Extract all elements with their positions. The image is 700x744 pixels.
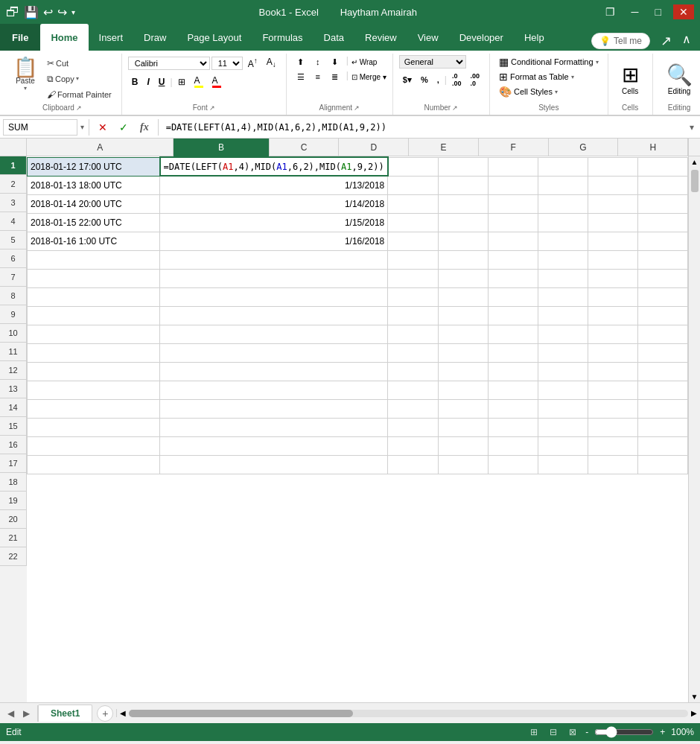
cell-g3[interactable] bbox=[588, 194, 637, 213]
cell-b6[interactable] bbox=[160, 250, 388, 269]
cell-f4[interactable] bbox=[538, 213, 588, 232]
cell-e3[interactable] bbox=[488, 194, 538, 213]
cell-b5[interactable]: 1/16/2018 bbox=[160, 232, 388, 250]
row-num-16[interactable]: 16 bbox=[0, 436, 27, 454]
row-num-4[interactable]: 4 bbox=[0, 212, 27, 231]
name-box-dropdown[interactable]: ▾ bbox=[80, 123, 84, 131]
currency-button[interactable]: $▾ bbox=[399, 74, 416, 86]
align-center-button[interactable]: ≡ bbox=[310, 70, 326, 83]
vertical-scrollbar[interactable]: ▲ ▼ bbox=[688, 156, 700, 702]
sheet-scroll-left-button[interactable]: ◀ bbox=[3, 705, 19, 722]
zoom-slider[interactable] bbox=[594, 726, 654, 738]
tab-draw[interactable]: Draw bbox=[133, 24, 176, 51]
col-header-f[interactable]: F bbox=[479, 139, 549, 156]
decrease-font-button[interactable]: A↓ bbox=[263, 55, 280, 70]
row-num-14[interactable]: 14 bbox=[0, 398, 27, 417]
row-num-6[interactable]: 6 bbox=[0, 249, 27, 268]
row-num-1[interactable]: 1 bbox=[0, 156, 27, 175]
align-left-button[interactable]: ☰ bbox=[293, 70, 309, 83]
tab-data[interactable]: Data bbox=[314, 24, 354, 51]
conditional-formatting-dropdown[interactable]: ▾ bbox=[596, 59, 599, 66]
row-num-11[interactable]: 11 bbox=[0, 343, 27, 361]
cell-styles-dropdown[interactable]: ▾ bbox=[555, 89, 558, 95]
tab-home[interactable]: Home bbox=[40, 24, 88, 51]
copy-button[interactable]: ⧉ Copy ▾ bbox=[43, 71, 115, 86]
tab-page-layout[interactable]: Page Layout bbox=[176, 24, 252, 51]
format-as-table-dropdown[interactable]: ▾ bbox=[571, 74, 574, 80]
vertical-scroll-thumb[interactable] bbox=[691, 170, 699, 192]
tell-me-input[interactable]: 💡 Tell me bbox=[591, 33, 650, 49]
cell-a4[interactable]: 2018-01-15 22:00 UTC bbox=[28, 213, 160, 232]
number-expand-icon[interactable]: ↗ bbox=[452, 104, 458, 112]
italic-button[interactable]: I bbox=[143, 75, 153, 89]
tab-view[interactable]: View bbox=[407, 24, 449, 51]
row-num-3[interactable]: 3 bbox=[0, 194, 27, 212]
font-expand-icon[interactable]: ↗ bbox=[209, 104, 215, 112]
tab-help[interactable]: Help bbox=[514, 24, 555, 51]
cell-f1[interactable] bbox=[538, 157, 588, 176]
formula-input[interactable] bbox=[163, 121, 684, 134]
cell-d2[interactable] bbox=[438, 176, 488, 194]
cell-d1[interactable] bbox=[438, 157, 488, 176]
cell-f2[interactable] bbox=[538, 176, 588, 194]
cell-c2[interactable] bbox=[388, 176, 438, 194]
cell-h1[interactable] bbox=[637, 157, 687, 176]
row-num-15[interactable]: 15 bbox=[0, 417, 27, 436]
increase-font-button[interactable]: A↑ bbox=[244, 55, 261, 71]
cell-g2[interactable] bbox=[588, 176, 637, 194]
share-button[interactable]: ↗ bbox=[656, 31, 676, 51]
cell-b2[interactable]: 1/13/2018 bbox=[160, 176, 388, 194]
add-sheet-button[interactable]: + bbox=[97, 705, 113, 722]
row-num-21[interactable]: 21 bbox=[0, 529, 27, 547]
align-middle-button[interactable]: ↕ bbox=[310, 55, 326, 69]
increase-decimal-button[interactable]: .0.00 bbox=[448, 71, 465, 89]
minimize-button[interactable]: ─ bbox=[627, 4, 643, 19]
cell-h3[interactable] bbox=[637, 194, 687, 213]
maximize-button[interactable]: □ bbox=[651, 4, 666, 19]
ribbon-collapse-button[interactable]: ∧ bbox=[676, 29, 697, 49]
paste-button[interactable]: 📋 Paste ▾ bbox=[9, 56, 42, 102]
cell-a5[interactable]: 2018-01-16 1:00 UTC bbox=[28, 232, 160, 250]
cell-b1[interactable]: =DATE(LEFT(A1,4),MID(A1,6,2),MID(A1,9,2)… bbox=[160, 157, 388, 176]
alignment-expand-icon[interactable]: ↗ bbox=[354, 104, 360, 112]
cell-d4[interactable] bbox=[438, 213, 488, 232]
page-break-view-button[interactable]: ⊠ bbox=[566, 725, 579, 739]
row-num-2[interactable]: 2 bbox=[0, 175, 27, 194]
fill-color-button[interactable]: A bbox=[191, 74, 207, 89]
cell-h4[interactable] bbox=[637, 213, 687, 232]
formula-expand-button[interactable]: ▾ bbox=[687, 119, 697, 136]
cell-d3[interactable] bbox=[438, 194, 488, 213]
borders-button[interactable]: ⊞ bbox=[174, 75, 189, 89]
number-format-select[interactable]: General bbox=[399, 55, 466, 69]
sheet-scroll-right-button[interactable]: ▶ bbox=[19, 705, 34, 722]
undo-button[interactable]: ↩ bbox=[43, 5, 53, 19]
row-num-17[interactable]: 17 bbox=[0, 454, 27, 473]
h-scroll-track[interactable] bbox=[129, 710, 688, 717]
sheet-tab-sheet1[interactable]: Sheet1 bbox=[38, 705, 92, 722]
align-top-button[interactable]: ⬆ bbox=[293, 55, 309, 69]
row-num-8[interactable]: 8 bbox=[0, 287, 27, 305]
row-num-12[interactable]: 12 bbox=[0, 361, 27, 380]
font-name-select[interactable]: Calibri bbox=[128, 57, 210, 70]
font-size-select[interactable]: 11 bbox=[211, 57, 243, 70]
cell-c1[interactable] bbox=[388, 157, 438, 176]
tab-file[interactable]: File bbox=[0, 24, 40, 51]
zoom-out-button[interactable]: - bbox=[585, 727, 588, 737]
copy-dropdown[interactable]: ▾ bbox=[76, 75, 79, 82]
row-num-18[interactable]: 18 bbox=[0, 473, 27, 492]
col-header-a[interactable]: A bbox=[27, 139, 174, 156]
cell-c5[interactable] bbox=[388, 232, 438, 250]
scroll-down-button[interactable]: ▼ bbox=[690, 691, 700, 702]
formula-fx-button[interactable]: fx bbox=[136, 120, 153, 135]
col-header-g[interactable]: G bbox=[549, 139, 619, 156]
cell-a1[interactable]: 2018-01-12 17:00 UTC bbox=[28, 157, 160, 176]
scroll-right-button[interactable]: ▶ bbox=[691, 709, 697, 717]
redo-button[interactable]: ↪ bbox=[57, 5, 67, 19]
restore-window-button[interactable]: ❐ bbox=[601, 4, 620, 19]
cell-e2[interactable] bbox=[488, 176, 538, 194]
cell-c4[interactable] bbox=[388, 213, 438, 232]
clipboard-expand-icon[interactable]: ↗ bbox=[76, 104, 82, 112]
cell-h2[interactable] bbox=[637, 176, 687, 194]
cell-styles-button[interactable]: 🎨 Cell Styles ▾ bbox=[496, 85, 561, 98]
row-num-10[interactable]: 10 bbox=[0, 324, 27, 343]
